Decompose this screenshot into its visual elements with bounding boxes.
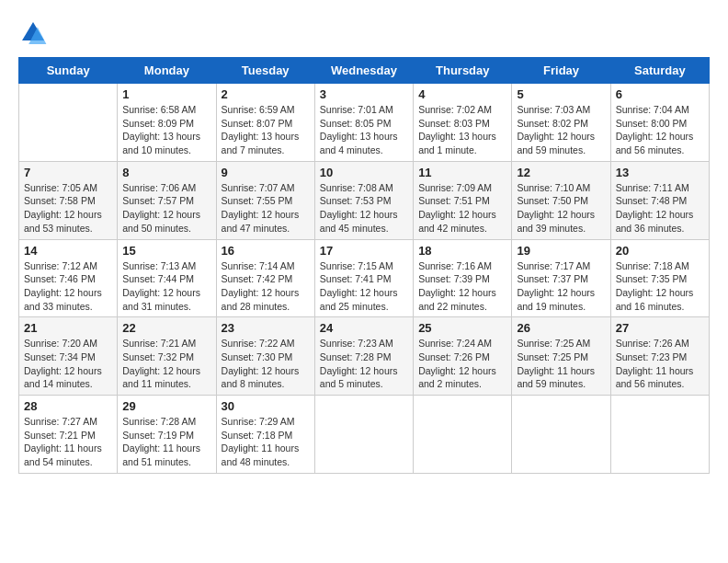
day-info: Sunrise: 7:13 AM Sunset: 7:44 PM Dayligh… (122, 259, 210, 314)
day-number: 19 (517, 244, 605, 258)
day-info: Sunrise: 7:11 AM Sunset: 7:48 PM Dayligh… (616, 181, 704, 236)
day-number: 16 (222, 244, 310, 258)
calendar-cell: 16Sunrise: 7:14 AM Sunset: 7:42 PM Dayli… (216, 239, 314, 317)
day-info: Sunrise: 7:25 AM Sunset: 7:25 PM Dayligh… (517, 337, 605, 391)
day-of-week-header: Saturday (610, 58, 709, 84)
calendar-week-row: 28Sunrise: 7:27 AM Sunset: 7:21 PM Dayli… (19, 396, 710, 474)
calendar-cell: 18Sunrise: 7:16 AM Sunset: 7:39 PM Dayli… (414, 239, 512, 317)
calendar-cell: 30Sunrise: 7:29 AM Sunset: 7:18 PM Dayli… (216, 396, 314, 474)
calendar-cell: 19Sunrise: 7:17 AM Sunset: 7:37 PM Dayli… (512, 239, 610, 317)
calendar-cell (512, 396, 610, 474)
day-of-week-header: Sunday (19, 58, 118, 84)
calendar-week-row: 21Sunrise: 7:20 AM Sunset: 7:34 PM Dayli… (19, 317, 710, 396)
day-info: Sunrise: 7:02 AM Sunset: 8:03 PM Dayligh… (418, 103, 506, 157)
day-info: Sunrise: 7:06 AM Sunset: 7:57 PM Dayligh… (122, 181, 210, 236)
day-info: Sunrise: 7:12 AM Sunset: 7:46 PM Dayligh… (24, 259, 112, 314)
day-number: 22 (122, 321, 210, 335)
day-number: 27 (616, 321, 704, 335)
day-info: Sunrise: 7:09 AM Sunset: 7:51 PM Dayligh… (418, 181, 506, 236)
day-number: 8 (122, 166, 210, 179)
day-info: Sunrise: 7:05 AM Sunset: 7:58 PM Dayligh… (24, 181, 112, 236)
day-number: 14 (24, 244, 112, 258)
day-number: 28 (24, 399, 112, 413)
day-number: 9 (222, 166, 310, 179)
calendar-cell: 21Sunrise: 7:20 AM Sunset: 7:34 PM Dayli… (19, 317, 118, 396)
day-info: Sunrise: 7:27 AM Sunset: 7:21 PM Dayligh… (24, 415, 112, 469)
calendar-cell: 23Sunrise: 7:22 AM Sunset: 7:30 PM Dayli… (216, 317, 314, 396)
day-number: 23 (222, 321, 310, 335)
logo (18, 18, 51, 48)
calendar-header-row: SundayMondayTuesdayWednesdayThursdayFrid… (19, 58, 710, 84)
day-info: Sunrise: 7:21 AM Sunset: 7:32 PM Dayligh… (122, 337, 210, 391)
day-number: 25 (418, 321, 506, 335)
calendar-table: SundayMondayTuesdayWednesdayThursdayFrid… (18, 57, 710, 474)
day-info: Sunrise: 7:29 AM Sunset: 7:18 PM Dayligh… (222, 415, 310, 469)
calendar-cell: 1Sunrise: 6:58 AM Sunset: 8:09 PM Daylig… (118, 84, 216, 162)
day-number: 2 (222, 87, 310, 101)
calendar-cell: 27Sunrise: 7:26 AM Sunset: 7:23 PM Dayli… (610, 317, 709, 396)
day-number: 18 (418, 244, 506, 258)
day-number: 13 (616, 166, 704, 179)
day-info: Sunrise: 6:59 AM Sunset: 8:07 PM Dayligh… (222, 103, 310, 157)
calendar-cell: 28Sunrise: 7:27 AM Sunset: 7:21 PM Dayli… (19, 396, 118, 474)
day-info: Sunrise: 7:03 AM Sunset: 8:02 PM Dayligh… (517, 103, 605, 157)
calendar-cell: 26Sunrise: 7:25 AM Sunset: 7:25 PM Dayli… (512, 317, 610, 396)
day-info: Sunrise: 7:04 AM Sunset: 8:00 PM Dayligh… (616, 103, 704, 157)
calendar-cell: 15Sunrise: 7:13 AM Sunset: 7:44 PM Dayli… (118, 239, 216, 317)
calendar-week-row: 14Sunrise: 7:12 AM Sunset: 7:46 PM Dayli… (19, 239, 710, 317)
day-number: 29 (122, 399, 210, 413)
calendar-cell: 11Sunrise: 7:09 AM Sunset: 7:51 PM Dayli… (414, 161, 512, 239)
day-number: 5 (517, 87, 605, 101)
day-info: Sunrise: 7:22 AM Sunset: 7:30 PM Dayligh… (222, 337, 310, 391)
calendar-cell (610, 396, 709, 474)
day-info: Sunrise: 7:26 AM Sunset: 7:23 PM Dayligh… (616, 337, 704, 391)
day-of-week-header: Thursday (414, 58, 512, 84)
calendar-cell: 22Sunrise: 7:21 AM Sunset: 7:32 PM Dayli… (118, 317, 216, 396)
page-header (18, 18, 710, 48)
calendar-week-row: 7Sunrise: 7:05 AM Sunset: 7:58 PM Daylig… (19, 161, 710, 239)
calendar-cell: 14Sunrise: 7:12 AM Sunset: 7:46 PM Dayli… (19, 239, 118, 317)
day-number: 20 (616, 244, 704, 258)
calendar-cell: 24Sunrise: 7:23 AM Sunset: 7:28 PM Dayli… (314, 317, 413, 396)
day-info: Sunrise: 6:58 AM Sunset: 8:09 PM Dayligh… (122, 103, 210, 157)
day-info: Sunrise: 7:17 AM Sunset: 7:37 PM Dayligh… (517, 259, 605, 314)
day-info: Sunrise: 7:18 AM Sunset: 7:35 PM Dayligh… (616, 259, 704, 314)
calendar-cell (314, 396, 413, 474)
day-info: Sunrise: 7:01 AM Sunset: 8:05 PM Dayligh… (320, 103, 408, 157)
day-number: 10 (320, 166, 408, 179)
day-info: Sunrise: 7:24 AM Sunset: 7:26 PM Dayligh… (418, 337, 506, 391)
day-info: Sunrise: 7:28 AM Sunset: 7:19 PM Dayligh… (122, 415, 210, 469)
calendar-cell: 12Sunrise: 7:10 AM Sunset: 7:50 PM Dayli… (512, 161, 610, 239)
calendar-cell: 17Sunrise: 7:15 AM Sunset: 7:41 PM Dayli… (314, 239, 413, 317)
day-of-week-header: Wednesday (314, 58, 413, 84)
calendar-cell: 7Sunrise: 7:05 AM Sunset: 7:58 PM Daylig… (19, 161, 118, 239)
day-number: 12 (517, 166, 605, 179)
day-info: Sunrise: 7:08 AM Sunset: 7:53 PM Dayligh… (320, 181, 408, 236)
day-info: Sunrise: 7:15 AM Sunset: 7:41 PM Dayligh… (320, 259, 408, 314)
calendar-cell: 29Sunrise: 7:28 AM Sunset: 7:19 PM Dayli… (118, 396, 216, 474)
day-number: 3 (320, 87, 408, 101)
calendar-cell (414, 396, 512, 474)
calendar-cell: 9Sunrise: 7:07 AM Sunset: 7:55 PM Daylig… (216, 161, 314, 239)
calendar-cell: 8Sunrise: 7:06 AM Sunset: 7:57 PM Daylig… (118, 161, 216, 239)
day-info: Sunrise: 7:20 AM Sunset: 7:34 PM Dayligh… (24, 337, 112, 391)
day-of-week-header: Tuesday (216, 58, 314, 84)
day-number: 30 (222, 399, 310, 413)
calendar-cell: 6Sunrise: 7:04 AM Sunset: 8:00 PM Daylig… (610, 84, 709, 162)
day-number: 11 (418, 166, 506, 179)
day-number: 24 (320, 321, 408, 335)
day-number: 7 (24, 166, 112, 179)
calendar-cell: 13Sunrise: 7:11 AM Sunset: 7:48 PM Dayli… (610, 161, 709, 239)
calendar-cell: 5Sunrise: 7:03 AM Sunset: 8:02 PM Daylig… (512, 84, 610, 162)
day-number: 1 (122, 87, 210, 101)
day-of-week-header: Monday (118, 58, 216, 84)
calendar-cell: 20Sunrise: 7:18 AM Sunset: 7:35 PM Dayli… (610, 239, 709, 317)
calendar-cell: 25Sunrise: 7:24 AM Sunset: 7:26 PM Dayli… (414, 317, 512, 396)
calendar-week-row: 1Sunrise: 6:58 AM Sunset: 8:09 PM Daylig… (19, 84, 710, 162)
day-number: 6 (616, 87, 704, 101)
day-number: 4 (418, 87, 506, 101)
day-of-week-header: Friday (512, 58, 610, 84)
calendar-cell (19, 84, 118, 162)
day-info: Sunrise: 7:16 AM Sunset: 7:39 PM Dayligh… (418, 259, 506, 314)
day-info: Sunrise: 7:10 AM Sunset: 7:50 PM Dayligh… (517, 181, 605, 236)
